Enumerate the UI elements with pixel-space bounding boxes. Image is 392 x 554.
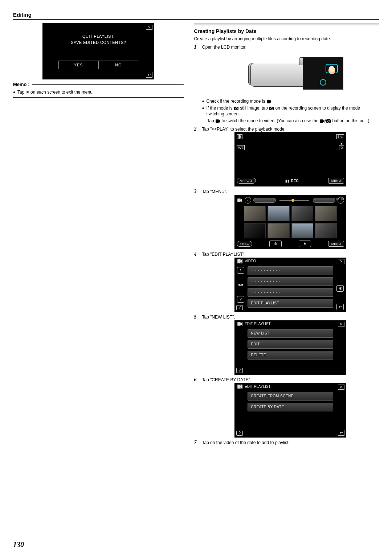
quit-message: QUIT PLAYLIST. SAVE EDITED CONTENTS? (42, 23, 154, 45)
step1-note-1: ● Check if the recording mode is . (202, 98, 379, 104)
rec-bottom-bar: ≪ PLAY ▮▮ REC MENU (237, 177, 344, 184)
back-icon[interactable]: ↩ (146, 72, 152, 78)
menu-button[interactable]: MENU (328, 241, 344, 247)
help-icon[interactable]: ? (236, 305, 243, 310)
menu-right-controls: ✱ ↩ (336, 267, 344, 310)
prev-button[interactable]: ‹ (245, 197, 251, 204)
header-title: Editing (13, 12, 32, 18)
video-mode-icon (216, 119, 220, 123)
create-by-date-item[interactable]: CREATE BY DATE (248, 403, 333, 411)
section-heading: Creating Playlists by Date (194, 28, 379, 34)
list-item[interactable] (248, 277, 333, 286)
step-3: Tap "MENU". ‹ › ▭ ▥ (194, 189, 379, 249)
close-icon[interactable]: ✕ (146, 25, 152, 30)
thumbnail[interactable] (291, 206, 313, 221)
close-icon[interactable]: ✕ (338, 259, 344, 264)
create-by-date-screen: EDIT PLAYLIST ✕ ? ↩ CREATE FROM SCENE CR… (234, 383, 346, 438)
chevron-left-icon: ‹ (240, 242, 241, 246)
menu-button[interactable]: MENU (328, 178, 344, 184)
thumbnail-grid (244, 206, 337, 238)
no-button[interactable]: NO (98, 61, 138, 69)
step-4: Tap "EDIT PLAYLIST". VIDEO ✕ ∧ ■/■ ∨ ✱ (194, 251, 379, 312)
thumbnail[interactable] (291, 223, 313, 239)
edit-playlist-item[interactable]: EDIT PLAYLIST (248, 299, 333, 308)
new-list-item[interactable]: NEW LIST (248, 329, 333, 338)
touch-circle-icon (320, 79, 326, 86)
bullet-dot-icon: ● (13, 89, 15, 95)
camcorder-figure (236, 53, 345, 96)
recording-screen: i.A. ♦ WT D ≪ PLAY ▮▮ REC MENU (234, 132, 346, 186)
list-item[interactable] (248, 288, 333, 297)
down-button[interactable]: ∨ (237, 296, 244, 303)
thumbnail[interactable] (268, 206, 289, 221)
step1-note-2: ● If the mode is still image, tap on the… (202, 105, 379, 117)
thumbnail-screen: ‹ › ▭ ▥ (234, 195, 346, 249)
rec-button[interactable]: ‹ REC (237, 241, 252, 247)
menu-title-row: EDIT PLAYLIST (237, 322, 270, 326)
step-7: Tap on the video of the date to add to p… (194, 440, 379, 446)
memo-label: Memo : (13, 82, 30, 87)
play-button[interactable]: ≪ PLAY (237, 178, 256, 184)
list-item[interactable] (248, 266, 333, 275)
rec-indicator: ▮▮ REC (258, 179, 326, 183)
video-mode-icon (237, 385, 242, 389)
close-icon[interactable]: ✕ (338, 322, 344, 327)
memo-bottom-rule (13, 97, 184, 98)
create-from-scene-item[interactable]: CREATE FROM SCENE (248, 392, 333, 401)
date-pill-right[interactable] (313, 198, 335, 203)
menu-list: EDIT PLAYLIST (248, 266, 333, 310)
thumbnail[interactable] (244, 223, 266, 239)
menu-title: VIDEO (245, 259, 256, 263)
step-6-text: Tap "CREATE BY DATE". (202, 377, 379, 383)
video-mode-icon (320, 119, 324, 123)
step-4-text: Tap "EDIT PLAYLIST". (202, 251, 379, 258)
menu-title-row: EDIT PLAYLIST (237, 385, 270, 389)
step1-note-3: Tap to switch the mode to video. (You ca… (207, 118, 379, 124)
back-icon[interactable]: ↩ (338, 430, 344, 436)
video-mode-icon (237, 259, 242, 263)
d-button[interactable]: D (339, 145, 344, 150)
steps-list: Open the LCD monitor. ● Check (194, 44, 379, 446)
step-1: Open the LCD monitor. ● Check (194, 44, 379, 124)
page-header: Editing (13, 12, 379, 20)
video-mode-icon (267, 100, 271, 103)
right-column: Creating Playlists by Date Create a play… (194, 23, 379, 448)
menu-title: EDIT PLAYLIST (245, 385, 270, 389)
camera-lcd-icon (303, 57, 343, 90)
settings-button[interactable]: ✱ (299, 241, 311, 247)
page-counter: ■/■ (238, 283, 243, 287)
date-pill-left[interactable] (253, 198, 276, 203)
memo-text: Tap ✕ on each screen to exit the menu. (17, 89, 94, 95)
close-icon[interactable]: ✕ (338, 385, 344, 390)
page-number: 130 (13, 541, 24, 549)
edit-item[interactable]: EDIT (248, 340, 333, 349)
quit-playlist-screen: ✕ QUIT PLAYLIST. SAVE EDITED CONTENTS? Y… (42, 23, 154, 79)
step-1-notes: ● Check if the recording mode is . ● If … (202, 98, 379, 124)
thumb-top-bar: ‹ › (237, 197, 344, 204)
photo-mode-icon (234, 107, 238, 110)
step-5-text: Tap "NEW LIST". (202, 314, 379, 320)
thumb-bottom-bar: ‹ REC 🗑 ✱ MENU (237, 240, 344, 247)
left-column: ✕ QUIT PLAYLIST. SAVE EDITED CONTENTS? Y… (13, 23, 184, 448)
thumbnail[interactable] (315, 223, 337, 239)
trash-button[interactable]: 🗑 (269, 241, 282, 247)
quit-line1: QUIT PLAYLIST. (42, 33, 154, 40)
help-icon[interactable]: ? (236, 431, 243, 436)
delete-item[interactable]: DELETE (248, 351, 333, 360)
thumbnail[interactable] (244, 206, 266, 221)
content-columns: ✕ QUIT PLAYLIST. SAVE EDITED CONTENTS? Y… (13, 23, 379, 448)
video-mode-icon (237, 134, 242, 139)
menu-list: CREATE FROM SCENE CREATE BY DATE (248, 392, 333, 435)
menu-list: NEW LIST EDIT DELETE (248, 329, 333, 373)
thumbnail[interactable] (315, 206, 337, 221)
step-7-text: Tap on the video of the date to add to p… (202, 440, 379, 446)
bullet-dot-icon: ● (202, 105, 204, 117)
up-button[interactable]: ∧ (237, 267, 244, 274)
back-icon[interactable]: ↩ (336, 304, 344, 310)
gear-icon[interactable]: ✱ (336, 285, 344, 292)
step-6: Tap "CREATE BY DATE". EDIT PLAYLIST ✕ ? … (194, 377, 379, 438)
thumbnail[interactable] (268, 223, 289, 239)
yes-button[interactable]: YES (58, 61, 98, 69)
help-icon[interactable]: ? (236, 368, 243, 373)
wt-zoom-button[interactable]: WT (237, 145, 245, 150)
